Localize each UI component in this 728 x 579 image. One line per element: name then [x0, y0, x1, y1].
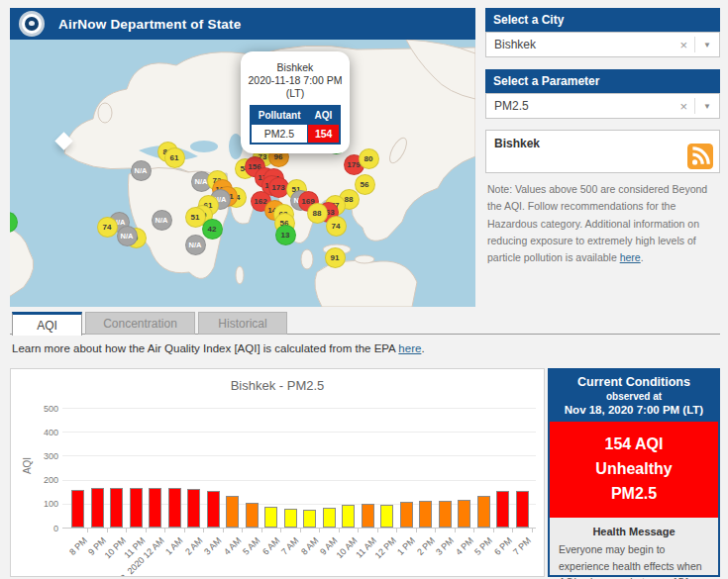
chart-x-label: 3 PM: [434, 535, 456, 557]
city-select-value: Bishkek: [494, 38, 536, 51]
chart-gridline: [62, 432, 536, 433]
chart-bar[interactable]: [516, 491, 529, 528]
city-panel-header: Select a City: [485, 8, 720, 32]
chart-x-label: 8 PM: [67, 535, 89, 557]
note-suffix: .: [641, 251, 644, 263]
chart-bar[interactable]: [496, 491, 509, 528]
chart-x-label: 4 PM: [454, 535, 475, 557]
parameter-clear-icon[interactable]: ×: [673, 99, 694, 114]
chart-x-tick: [512, 529, 513, 532]
chart-y-tick: 300: [33, 451, 58, 461]
chart-x-label: 12 PM: [372, 535, 397, 560]
feed-city-label: Bishkek: [486, 131, 719, 150]
chart-gridline: [62, 455, 536, 456]
chart-x-tick: [203, 529, 204, 532]
chart-x-label: 5 PM: [472, 535, 494, 557]
chart-bar[interactable]: [477, 496, 490, 528]
chart-x-tick: [319, 529, 320, 532]
chart-bar[interactable]: [187, 489, 200, 528]
aqi-marker[interactable]: 91: [325, 247, 346, 268]
aqi-marker[interactable]: 42: [202, 219, 223, 240]
aqi-marker[interactable]: 13: [275, 225, 296, 245]
chart-x-tick: [416, 529, 417, 532]
chart-gridline: [62, 480, 536, 481]
chart-bar[interactable]: [458, 500, 470, 528]
popup-table: Pollutant AQI PM2.5 154: [250, 105, 342, 145]
chart-bar[interactable]: [71, 490, 84, 528]
chart-y-tick: 100: [33, 499, 58, 509]
tab-aqi[interactable]: AQI: [12, 312, 82, 336]
aqi-marker[interactable]: 56: [355, 174, 375, 195]
popup-datetime: 2020-11-18 7:00 PM: [247, 74, 344, 87]
learn-more-suffix: .: [421, 342, 424, 354]
current-conditions-title: Current Conditions: [552, 375, 716, 389]
chart-x-label: 5 AM: [241, 535, 262, 557]
chart-bar[interactable]: [130, 488, 143, 528]
chart-bar[interactable]: [323, 508, 336, 528]
chart-x-tick: [261, 529, 262, 532]
world-map[interactable]: 8661N/A54N/A7212074101N/A61195142N/AN/A7…: [10, 40, 475, 307]
chart-y-tick: 500: [33, 404, 58, 414]
aqi-marker[interactable]: 74: [97, 217, 118, 238]
feed-box: Bishkek: [485, 130, 720, 173]
city-clear-icon[interactable]: ×: [673, 38, 694, 52]
aqi-marker[interactable]: 74: [326, 216, 347, 237]
health-message-title: Health Message: [550, 526, 718, 537]
aqi-marker[interactable]: 88: [307, 203, 328, 224]
chart-bar[interactable]: [362, 504, 374, 528]
chart-x-label: 3 AM: [202, 535, 224, 557]
chart-bar[interactable]: [400, 502, 413, 528]
chart-bar[interactable]: [110, 488, 123, 528]
chart-bar[interactable]: [226, 496, 239, 528]
chart-y-tick: 200: [33, 475, 58, 485]
popup-aqi-value: 154: [308, 125, 341, 145]
chart-x-tick: [455, 529, 456, 532]
chart-bar[interactable]: [168, 488, 181, 528]
tab-historical[interactable]: Historical: [198, 312, 287, 335]
chart-bar[interactable]: [303, 510, 316, 528]
chart-bar[interactable]: [284, 509, 297, 528]
app-header: AirNow Department of State: [10, 8, 475, 40]
sidebar: Select a City Bishkek × ▼ Select a Param…: [485, 8, 720, 349]
note-here-link[interactable]: here: [620, 251, 641, 263]
chart-plot: 01002003004005008 PM9 PM10 PM11 PMNov 18…: [11, 369, 545, 577]
note-text: Note: Values above 500 are considered Be…: [487, 181, 720, 267]
popup-pollutant-value: PM2.5: [251, 125, 308, 145]
chart-x-tick: [242, 529, 243, 532]
city-select[interactable]: Bishkek × ▼: [485, 32, 720, 57]
parameter-caret-icon[interactable]: ▼: [695, 102, 719, 111]
chart-bar[interactable]: [91, 488, 104, 528]
learn-more-body: Learn more about how the Air Quality Ind…: [12, 342, 398, 354]
chart-x-tick: [146, 529, 147, 532]
current-conditions-header: Current Conditions observed at Nov 18, 2…: [550, 370, 718, 422]
chart-bar[interactable]: [264, 507, 277, 528]
chart-y-tick: 0: [33, 524, 58, 533]
chart-x-tick: [280, 529, 281, 532]
chart-bar[interactable]: [207, 491, 220, 528]
aqi-marker[interactable]: 61: [164, 147, 185, 168]
aqi-marker[interactable]: N/A: [152, 210, 172, 231]
chart-x-label: 4 AM: [222, 535, 244, 557]
chart-bar[interactable]: [246, 503, 259, 528]
aqi-marker[interactable]: N/A: [185, 235, 206, 255]
app-title: AirNow Department of State: [58, 17, 241, 32]
current-conditions-panel: Current Conditions observed at Nov 18, 2…: [548, 368, 720, 577]
city-caret-icon[interactable]: ▼: [695, 41, 719, 49]
rss-icon[interactable]: [687, 144, 713, 169]
chart-x-label: 6 PM: [492, 535, 514, 557]
aqi-marker[interactable]: N/A: [131, 160, 152, 181]
chart-x-tick: [126, 529, 127, 532]
aqi-marker[interactable]: 80: [359, 148, 379, 169]
parameter-select[interactable]: PM2.5 × ▼: [485, 93, 720, 119]
chart-y-tick: 400: [33, 428, 58, 437]
chart-bar[interactable]: [439, 501, 452, 528]
tab-concentration[interactable]: Concentration: [85, 312, 195, 335]
chart-x-tick: [300, 529, 301, 532]
dept-of-state-seal-icon: [19, 11, 45, 37]
chart-bar[interactable]: [419, 501, 432, 528]
chart-bar[interactable]: [149, 488, 161, 528]
chart-bar[interactable]: [380, 505, 393, 528]
aqi-marker[interactable]: N/A: [117, 226, 138, 246]
learn-more-here-link[interactable]: here: [398, 342, 421, 354]
chart-bar[interactable]: [342, 505, 355, 528]
